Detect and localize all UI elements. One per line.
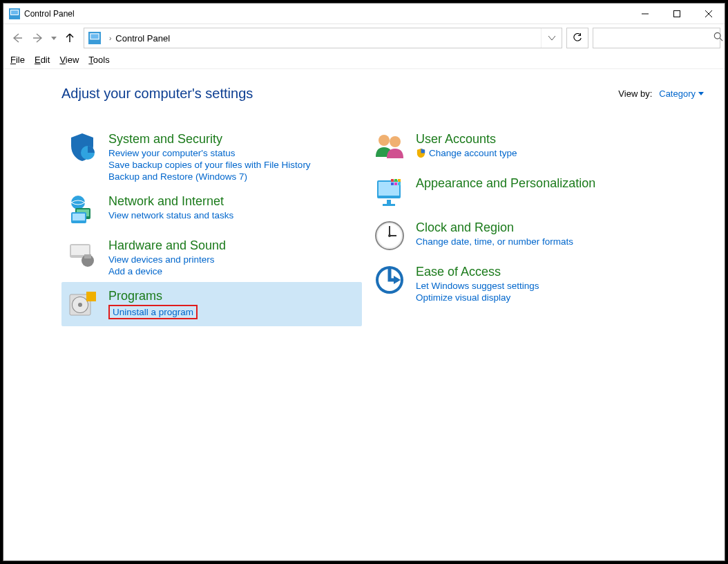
category-body: Ease of AccessLet Windows suggest settin… — [416, 263, 539, 303]
link-backup-and-restore-windows-7-[interactable]: Backup and Restore (Windows 7) — [108, 171, 311, 182]
address-bar[interactable]: › Control Panel — [84, 28, 562, 48]
categories-right-column: User AccountsChange account typeAppearan… — [369, 125, 669, 326]
link-view-network-status-and-tasks[interactable]: View network status and tasks — [108, 210, 233, 220]
view-by: View by: Category — [618, 88, 704, 99]
titlebar: Control Panel — [3, 3, 725, 24]
menu-bar: File Edit View Tools — [3, 52, 725, 68]
back-button[interactable] — [8, 28, 27, 48]
ease-of-access-icon[interactable] — [373, 263, 406, 297]
svg-point-11 — [714, 32, 720, 39]
window-title: Control Panel — [24, 9, 629, 19]
svg-point-28 — [379, 135, 390, 146]
svg-rect-37 — [391, 182, 394, 185]
minimize-button[interactable] — [629, 3, 661, 24]
up-button[interactable] — [60, 28, 79, 48]
forward-button[interactable] — [28, 28, 48, 48]
categories-grid: System and SecurityReview your computer'… — [61, 125, 704, 326]
content-area: Adjust your computer's settings View by:… — [3, 68, 725, 561]
system-and-security-icon[interactable] — [66, 131, 99, 164]
appearance-and-personalization-icon[interactable] — [373, 175, 406, 208]
maximize-button[interactable] — [661, 3, 693, 24]
view-by-dropdown[interactable]: Category — [659, 88, 704, 99]
svg-rect-27 — [86, 292, 96, 301]
category-user-accounts: User AccountsChange account type — [369, 125, 669, 169]
category-body: ProgramsUninstall a program — [108, 288, 198, 321]
svg-rect-2 — [11, 10, 18, 15]
svg-rect-5 — [674, 10, 680, 17]
category-title[interactable]: Network and Internet — [108, 194, 233, 209]
category-title[interactable]: Clock and Region — [416, 220, 573, 235]
category-title[interactable]: Programs — [108, 289, 198, 303]
svg-point-29 — [390, 136, 401, 147]
category-title[interactable]: Appearance and Personalization — [416, 176, 595, 191]
category-ease-of-access: Ease of AccessLet Windows suggest settin… — [369, 258, 669, 308]
address-location[interactable]: Control Panel — [115, 33, 541, 44]
svg-rect-3 — [12, 16, 17, 18]
svg-point-26 — [78, 303, 82, 307]
menu-view[interactable]: View — [59, 55, 79, 65]
categories-left-column: System and SecurityReview your computer'… — [61, 125, 362, 326]
link-view-devices-and-printers[interactable]: View devices and printers — [108, 254, 226, 265]
category-network-and-internet: Network and InternetView network status … — [61, 187, 362, 232]
link-optimize-visual-display[interactable]: Optimize visual display — [416, 292, 539, 303]
close-button[interactable] — [693, 3, 725, 24]
category-title[interactable]: User Accounts — [416, 132, 517, 147]
user-accounts-icon[interactable] — [373, 131, 406, 164]
svg-point-14 — [71, 196, 85, 209]
menu-tools[interactable]: Tools — [88, 55, 109, 65]
link-save-backup-copies-of-your-files-with-file-history[interactable]: Save backup copies of your files with Fi… — [108, 160, 311, 170]
link-change-date-time-or-number-formats[interactable]: Change date, time, or number formats — [416, 236, 573, 247]
link-uninstall-a-program[interactable]: Uninstall a program — [113, 307, 193, 317]
network-and-internet-icon[interactable] — [66, 193, 99, 226]
svg-rect-35 — [394, 179, 397, 182]
svg-rect-32 — [387, 200, 391, 204]
svg-rect-22 — [84, 254, 91, 258]
category-title[interactable]: Ease of Access — [416, 265, 539, 279]
svg-rect-36 — [398, 179, 401, 182]
link-add-a-device[interactable]: Add a device — [108, 266, 226, 276]
search-icon[interactable] — [713, 32, 723, 44]
svg-rect-33 — [383, 204, 395, 206]
category-title[interactable]: System and Security — [108, 132, 311, 147]
menu-edit[interactable]: Edit — [35, 55, 50, 65]
search-box[interactable] — [593, 28, 720, 48]
category-title[interactable]: Hardware and Sound — [108, 238, 226, 253]
category-programs: ProgramsUninstall a program — [61, 282, 362, 326]
svg-rect-38 — [394, 182, 397, 185]
link-let-windows-suggest-settings[interactable]: Let Windows suggest settings — [416, 281, 539, 291]
link-change-account-type[interactable]: Change account type — [416, 148, 517, 158]
refresh-button[interactable] — [566, 28, 588, 48]
view-by-label: View by: — [618, 88, 652, 99]
svg-line-12 — [720, 38, 722, 41]
category-clock-and-region: Clock and RegionChange date, time, or nu… — [369, 214, 669, 258]
svg-rect-39 — [398, 182, 401, 185]
category-body: Clock and RegionChange date, time, or nu… — [416, 219, 573, 252]
highlight-box: Uninstall a program — [108, 305, 198, 319]
programs-icon[interactable] — [66, 288, 99, 321]
address-dropdown-icon[interactable] — [541, 28, 562, 48]
category-body: System and SecurityReview your computer'… — [108, 131, 311, 182]
category-body: Network and InternetView network status … — [108, 193, 233, 226]
history-dropdown-icon[interactable] — [49, 37, 59, 40]
svg-rect-18 — [73, 214, 85, 220]
svg-point-44 — [388, 234, 391, 237]
search-input[interactable] — [597, 33, 713, 44]
category-appearance-and-personalization: Appearance and Personalization — [369, 169, 669, 214]
control-panel-icon — [88, 32, 101, 44]
page-title: Adjust your computer's settings — [61, 86, 253, 102]
control-panel-icon — [9, 8, 20, 19]
link-review-your-computer-s-status[interactable]: Review your computer's status — [108, 148, 311, 158]
menu-file[interactable]: File — [10, 55, 25, 65]
hardware-and-sound-icon[interactable] — [66, 237, 99, 270]
content-header: Adjust your computer's settings View by:… — [61, 86, 704, 102]
category-body: Appearance and Personalization — [416, 175, 595, 208]
clock-and-region-icon[interactable] — [373, 219, 406, 252]
svg-rect-20 — [71, 245, 89, 255]
category-body: User AccountsChange account type — [416, 131, 517, 164]
nav-toolbar: › Control Panel — [3, 24, 725, 52]
category-body: Hardware and SoundView devices and print… — [108, 237, 226, 276]
breadcrumb-separator-icon: › — [109, 35, 111, 42]
category-hardware-and-sound: Hardware and SoundView devices and print… — [61, 232, 362, 282]
window: Control Panel › Control Panel File Edit … — [3, 3, 725, 561]
svg-rect-10 — [90, 34, 98, 39]
